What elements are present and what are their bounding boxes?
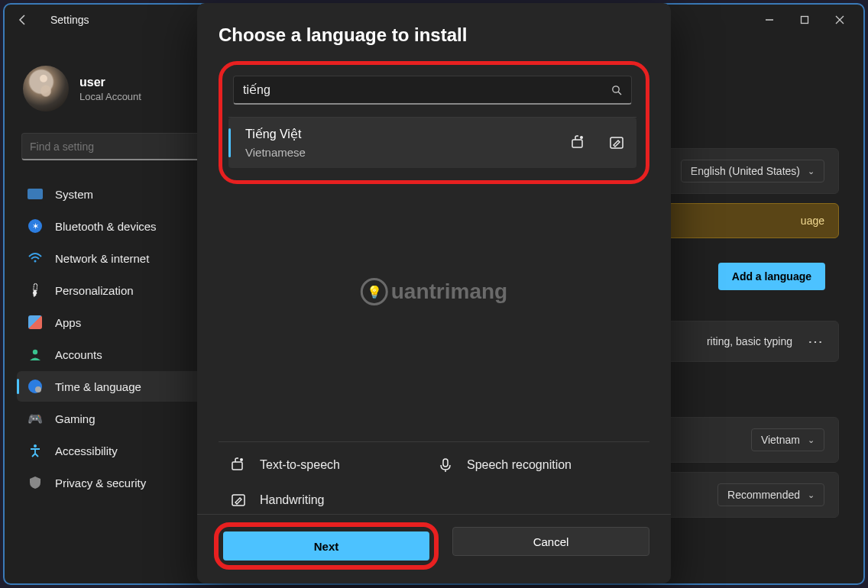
- text-to-speech-icon: [231, 457, 246, 473]
- nav-accessibility[interactable]: Accessibility: [17, 435, 228, 466]
- accessibility-icon: [28, 443, 43, 458]
- nav-system[interactable]: System: [17, 179, 228, 209]
- chevron-down-icon: ⌄: [808, 435, 815, 445]
- chevron-down-icon: ⌄: [808, 490, 815, 500]
- chevron-down-icon: ⌄: [808, 166, 815, 176]
- display-language-select[interactable]: English (United States)⌄: [681, 160, 824, 183]
- nav-label: System: [55, 188, 93, 201]
- next-button[interactable]: Next: [223, 531, 429, 561]
- svg-rect-14: [443, 459, 448, 467]
- nav-time-language[interactable]: Time & language: [17, 371, 228, 402]
- highlight-annotation: Tiếng Việt Vietnamese: [219, 61, 649, 184]
- nav-apps[interactable]: Apps: [17, 307, 228, 338]
- svg-point-5: [33, 350, 37, 354]
- svg-rect-12: [232, 462, 242, 470]
- language-native-name: Tiếng Việt: [245, 127, 306, 141]
- regional-format-value: Recommended: [727, 489, 800, 501]
- svg-point-7: [613, 86, 619, 92]
- language-english-name: Vietnamese: [245, 146, 306, 159]
- apps-icon: [28, 315, 43, 330]
- svg-point-13: [240, 458, 243, 461]
- dialog-footer: Next Cancel: [197, 514, 671, 583]
- country-value: Vietnam: [761, 434, 800, 446]
- nav-bluetooth[interactable]: ✶Bluetooth & devices: [17, 211, 228, 241]
- nav-label: Gaming: [55, 412, 96, 425]
- language-features-text: riting, basic typing: [707, 335, 792, 347]
- svg-point-4: [34, 260, 37, 263]
- country-select[interactable]: Vietnam⌄: [751, 428, 824, 451]
- cancel-button[interactable]: Cancel: [452, 527, 649, 556]
- find-setting-input[interactable]: [30, 141, 204, 153]
- highlight-annotation: Next: [214, 522, 439, 570]
- add-language-button[interactable]: Add a language: [718, 263, 825, 290]
- feature-label: Speech recognition: [467, 458, 572, 472]
- nav-accounts[interactable]: Accounts: [17, 339, 228, 370]
- nav-label: Personalization: [55, 284, 134, 297]
- svg-rect-9: [572, 140, 582, 147]
- svg-rect-15: [232, 495, 245, 506]
- nav-label: Time & language: [55, 380, 141, 393]
- nav-label: Privacy & security: [55, 477, 146, 489]
- nav-network[interactable]: Network & internet: [17, 243, 228, 273]
- svg-rect-11: [611, 137, 623, 148]
- svg-point-10: [580, 136, 583, 139]
- nav-personalization[interactable]: 🖌Personalization: [17, 275, 228, 305]
- minimize-button[interactable]: [752, 8, 787, 32]
- feature-label: Handwriting: [260, 493, 324, 507]
- svg-rect-1: [802, 17, 808, 24]
- nav-gaming[interactable]: 🎮Gaming: [17, 403, 228, 434]
- user-name: user: [79, 76, 141, 89]
- close-button[interactable]: [822, 8, 857, 32]
- nav-label: Apps: [55, 316, 81, 329]
- svg-line-8: [618, 92, 621, 95]
- regional-format-select[interactable]: Recommended⌄: [717, 483, 824, 506]
- handwriting-icon: [609, 135, 624, 150]
- install-language-dialog: Choose a language to install Tiếng Việt …: [197, 3, 671, 583]
- feature-speech: Speech recognition: [438, 457, 637, 473]
- nav-label: Accessibility: [55, 444, 118, 457]
- svg-point-6: [34, 444, 37, 447]
- nav-privacy[interactable]: Privacy & security: [17, 467, 228, 498]
- feature-handwriting: Handwriting: [231, 493, 430, 508]
- nav-list: System ✶Bluetooth & devices Network & in…: [17, 179, 228, 498]
- language-result-item[interactable]: Tiếng Việt Vietnamese: [228, 118, 636, 168]
- dialog-title: Choose a language to install: [219, 24, 649, 46]
- system-icon: [28, 186, 43, 202]
- language-search-input[interactable]: [243, 83, 611, 97]
- display-language-value: English (United States): [691, 165, 800, 177]
- window-title: Settings: [50, 14, 89, 26]
- feature-label: Text-to-speech: [260, 458, 340, 472]
- accounts-icon: [28, 347, 43, 362]
- user-subtitle: Local Account: [79, 91, 141, 102]
- avatar: [23, 66, 69, 111]
- nav-label: Bluetooth & devices: [55, 220, 157, 233]
- more-options-button[interactable]: ⋯: [808, 332, 824, 351]
- handwriting-icon: [231, 493, 246, 508]
- shield-icon: [28, 475, 43, 490]
- time-language-icon: [28, 379, 43, 394]
- wifi-icon: [28, 250, 43, 266]
- brush-icon: 🖌: [24, 279, 46, 301]
- nav-label: Network & internet: [55, 252, 149, 265]
- bluetooth-icon: ✶: [28, 218, 43, 234]
- warning-text: uage: [801, 215, 824, 227]
- microphone-icon: [438, 457, 453, 473]
- feature-tts: Text-to-speech: [231, 457, 430, 473]
- back-button[interactable]: [11, 8, 35, 32]
- text-to-speech-icon: [571, 135, 586, 150]
- nav-label: Accounts: [55, 348, 102, 361]
- language-features-legend: Text-to-speech Speech recognition Handwr…: [219, 441, 649, 514]
- maximize-button[interactable]: [787, 8, 822, 32]
- gaming-icon: 🎮: [28, 411, 43, 426]
- find-setting-search[interactable]: [21, 133, 223, 160]
- language-search-box[interactable]: [233, 76, 632, 105]
- search-icon: [611, 85, 622, 95]
